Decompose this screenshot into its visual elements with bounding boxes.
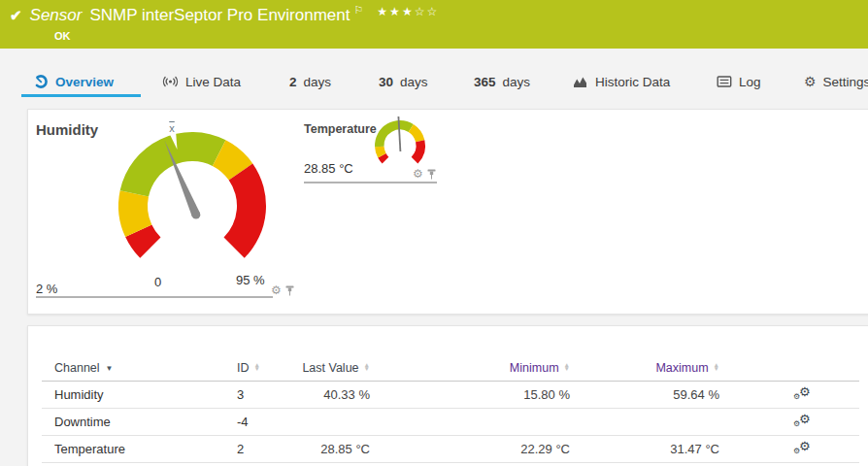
area-chart-icon <box>573 75 588 89</box>
column-label: Last Value <box>302 361 358 375</box>
column-label: ID <box>237 361 250 375</box>
tab-label: days <box>503 75 531 89</box>
channel-name: Temperature <box>54 442 210 456</box>
humidity-gauge <box>110 123 275 288</box>
tab-bar: Overview Live Data 2 days <box>0 68 868 98</box>
status-badge: OK <box>54 30 71 42</box>
tab-label-number: 30 <box>379 75 393 89</box>
tab-label: days <box>400 75 428 89</box>
status-ok-check-icon: ✔ <box>10 7 22 24</box>
channel-settings-icon[interactable]: ⚙ ⚙ <box>793 415 813 430</box>
column-label: Maximum <box>655 361 708 375</box>
tab-label-number: 2 <box>289 75 297 89</box>
channel-settings-icon[interactable]: ⚙ ⚙ <box>793 442 813 457</box>
table-row-temperature: Temperature 2 28.85 °C 22.29 °C 31.47 °C… <box>42 436 859 463</box>
column-header-minimum[interactable]: Minimum ▲▼ <box>370 361 570 375</box>
column-label: Minimum <box>510 361 559 375</box>
sensor-header: ✔ Sensor SNMP interSeptor Pro Environmen… <box>0 0 868 49</box>
column-header-maximum[interactable]: Maximum ▲▼ <box>570 361 719 375</box>
channel-settings-icon[interactable]: ⚙ ⚙ <box>793 387 813 403</box>
priority-stars[interactable]: ★★★☆☆ <box>377 5 439 18</box>
channels-table-panel: Channel ▼ ID ▲▼ Last Value ▲▼ Minimum ▲▼ <box>27 325 868 466</box>
tab-30-days[interactable]: 30 days <box>379 68 428 95</box>
temperature-last-value: 28.85 °C <box>304 161 353 176</box>
flag-icon: ⚐ <box>353 4 363 17</box>
temperature-baseline <box>304 182 437 183</box>
gauge-scale-zero: 0 <box>154 275 161 289</box>
channel-minimum: 22.29 °C <box>370 442 570 456</box>
table-header-row: Channel ▼ ID ▲▼ Last Value ▲▼ Minimum ▲▼ <box>42 355 859 382</box>
tab-2-days[interactable]: 2 days <box>289 68 331 95</box>
humidity-baseline <box>36 296 273 298</box>
tab-label: Live Data <box>185 75 241 89</box>
tab-label: Settings <box>823 75 868 89</box>
gauge-icon <box>33 74 49 89</box>
gear-icon: ⚙ <box>804 75 817 88</box>
tab-365-days[interactable]: 365 days <box>474 68 530 95</box>
column-header-last-value[interactable]: Last Value ▲▼ <box>261 361 370 375</box>
sort-icon: ▲▼ <box>714 363 719 372</box>
channel-maximum: 59.64 % <box>570 387 719 402</box>
object-kind-label: Sensor <box>30 6 83 25</box>
channel-id: 3 <box>210 387 261 402</box>
broadcast-icon <box>162 74 179 89</box>
sort-desc-icon: ▼ <box>106 364 114 373</box>
channel-minimum: 15.80 % <box>370 387 570 402</box>
tab-live-data[interactable]: Live Data <box>162 68 241 95</box>
channel-last-value: 40.33 % <box>261 387 370 402</box>
table-row-downtime: Downtime -4 ⚙ ⚙ <box>42 409 859 436</box>
humidity-settings-gear-icon[interactable]: ⚙ <box>271 284 282 296</box>
column-label: Channel <box>54 361 100 375</box>
tab-label: Historic Data <box>595 75 670 89</box>
channel-name: Downtime <box>54 415 210 429</box>
channel-name: Humidity <box>54 387 210 402</box>
table-row-humidity: Humidity 3 40.33 % 15.80 % 59.64 % ⚙ ⚙ <box>42 382 859 409</box>
humidity-gauge-title: Humidity <box>36 121 98 138</box>
channel-maximum: 31.47 °C <box>570 442 719 456</box>
tab-label: Log <box>739 75 761 89</box>
gauge-scale-max: 95 % <box>236 273 265 287</box>
tab-label-number: 365 <box>474 75 496 89</box>
sort-icon: ▲▼ <box>364 363 370 372</box>
channel-id: -4 <box>210 415 261 429</box>
tab-log[interactable]: Log <box>717 68 761 95</box>
temperature-settings-gear-icon[interactable]: ⚙ <box>413 168 423 180</box>
gauge-scale-min: 2 % <box>36 282 57 296</box>
column-header-channel[interactable]: Channel ▼ <box>54 361 210 375</box>
tab-settings[interactable]: ⚙ Settings <box>804 68 868 95</box>
sort-icon: ▲▼ <box>254 363 260 372</box>
channel-id: 2 <box>210 442 261 456</box>
tab-label: days <box>304 75 332 89</box>
tab-label: Overview <box>55 75 114 89</box>
channel-last-value: 28.85 °C <box>261 442 370 456</box>
gauges-panel: Humidity x 2 % 0 95 % ⚙ <box>27 109 868 315</box>
sort-icon: ▲▼ <box>564 363 570 372</box>
temperature-pin-icon[interactable] <box>427 169 436 180</box>
column-header-id[interactable]: ID ▲▼ <box>210 361 261 375</box>
humidity-pin-icon[interactable] <box>285 285 294 296</box>
tab-overview[interactable]: Overview <box>33 68 114 95</box>
log-list-icon <box>717 75 732 88</box>
active-tab-underline <box>21 94 141 97</box>
tab-historic-data[interactable]: Historic Data <box>573 68 670 95</box>
sensor-title: SNMP interSeptor Pro Environment <box>89 6 350 25</box>
prtg-sensor-page: ✔ Sensor SNMP interSeptor Pro Environmen… <box>0 0 868 466</box>
